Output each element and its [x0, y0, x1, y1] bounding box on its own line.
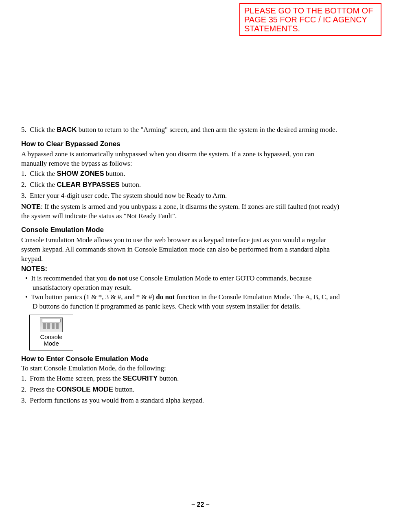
note-label: NOTE	[21, 203, 41, 210]
text: button.	[158, 374, 179, 382]
keypad-icon	[40, 317, 63, 332]
text: button.	[113, 385, 134, 393]
console-intro: Console Emulation Mode allows you to use…	[21, 236, 341, 264]
enter-step-1: 1. From the Home screen, press the SECUR…	[21, 374, 341, 383]
enter-step-2: 2. Press the CONSOLE MODE button.	[21, 385, 341, 394]
text: Press the	[30, 385, 56, 393]
text: Enter your 4-digit user code. The system…	[30, 192, 227, 199]
text: From the Home screen, press the	[30, 374, 123, 382]
text: button.	[120, 181, 141, 188]
step-number: 2.	[21, 385, 26, 393]
step-number: 1.	[21, 374, 26, 382]
back-button-label: BACK	[57, 126, 77, 134]
step-number: 5.	[21, 126, 26, 134]
text: It is recommended that you	[31, 274, 108, 282]
notice-box: PLEASE GO TO THE BOTTOM OF PAGE 35 FOR F…	[239, 3, 381, 36]
clear-step-1: 1. Click the SHOW ZONES button.	[21, 169, 341, 179]
donot-label: do not	[109, 274, 127, 282]
text: button to return to the "Arming" screen,…	[77, 126, 337, 134]
step-5: 5. Click the BACK button to return to th…	[21, 125, 341, 135]
heading-enter-console: How to Enter Console Emulation Mode	[21, 355, 341, 364]
text: Two button panics (1 & *, 3 & #, and * &…	[31, 293, 156, 301]
clear-bypasses-label: CLEAR BYPASSES	[57, 181, 120, 188]
text: Click the	[30, 126, 57, 134]
notes-label: NOTES:	[21, 265, 341, 274]
text: Perform functions as you would from a st…	[30, 396, 204, 404]
security-button-label: SECURITY	[123, 374, 158, 382]
icon-label-line2: Mode	[30, 340, 73, 347]
console-mode-button-label: CONSOLE MODE	[56, 385, 113, 393]
note-paragraph: NOTE: If the system is armed and you unb…	[21, 202, 341, 221]
console-mode-icon-box: Console Mode	[29, 315, 73, 350]
step-number: 2.	[21, 181, 26, 188]
show-zones-label: SHOW ZONES	[57, 170, 104, 177]
note-text: : If the system is armed and you unbypas…	[21, 203, 339, 220]
page-content: 5. Click the BACK button to return to th…	[21, 125, 341, 407]
text: Click the	[30, 170, 57, 177]
enter-intro: To start Console Emulation Mode, do the …	[21, 364, 341, 373]
text: Click the	[30, 181, 57, 188]
heading-console-emulation: Console Emulation Mode	[21, 225, 341, 235]
step-number: 3.	[21, 396, 26, 404]
page-number: – 22 –	[0, 500, 401, 509]
clear-step-2: 2. Click the CLEAR BYPASSES button.	[21, 180, 341, 190]
enter-step-3: 3. Perform functions as you would from a…	[21, 396, 341, 405]
icon-label-line1: Console	[30, 334, 73, 341]
clear-intro: A bypassed zone is automatically unbypas…	[21, 150, 341, 169]
donot-label: do not	[156, 293, 175, 301]
text: button.	[104, 170, 125, 177]
clear-step-3: 3. Enter your 4-digit user code. The sys…	[21, 191, 341, 201]
step-number: 3.	[21, 192, 26, 199]
console-bullet-2: • Two button panics (1 & *, 3 & #, and *…	[21, 293, 341, 311]
console-bullet-1: • It is recommended that you do not use …	[21, 274, 341, 293]
heading-clear-bypassed: How to Clear Bypassed Zones	[21, 140, 341, 149]
step-number: 1.	[21, 170, 26, 177]
